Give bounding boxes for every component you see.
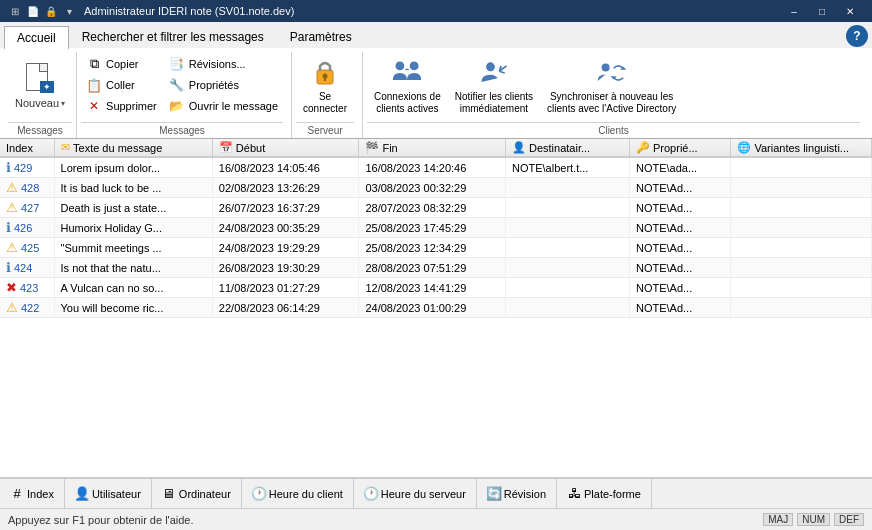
- help-button[interactable]: ?: [846, 25, 868, 47]
- tab-accueil[interactable]: Accueil: [4, 26, 69, 49]
- cell-fin: 03/08/2023 00:32:29: [359, 178, 506, 198]
- bottom-tab-heure-du-client[interactable]: 🕐Heure du client: [242, 479, 354, 508]
- cell-prop: NOTE\Ad...: [630, 298, 731, 318]
- bottom-tab-index[interactable]: #Index: [0, 479, 65, 508]
- cell-fin: 25/08/2023 17:45:29: [359, 218, 506, 238]
- col-dest-icon: 👤: [512, 141, 526, 154]
- close-button[interactable]: ✕: [836, 0, 864, 22]
- bottom-tab-label: Heure du client: [269, 488, 343, 500]
- cell-lang: [731, 218, 872, 238]
- se-connecter-button[interactable]: Se connecter: [296, 52, 354, 122]
- col-prop[interactable]: 🔑 Proprié...: [630, 139, 731, 157]
- cell-text: Death is just a state...: [55, 198, 213, 218]
- nouveau-button[interactable]: ✦ Nouveau ▾: [8, 52, 72, 122]
- notifier-button[interactable]: Notifier les clients immédiatement: [448, 52, 540, 122]
- copier-button[interactable]: ⧉ Copier: [81, 54, 162, 74]
- minimize-button[interactable]: –: [780, 0, 808, 22]
- grid-icon: ⊞: [8, 4, 22, 18]
- tab-parametres[interactable]: Paramètres: [277, 25, 365, 48]
- bottom-tab-plate-forme[interactable]: 🖧Plate-forme: [557, 479, 652, 508]
- index-icon: #: [10, 487, 24, 501]
- cell-debut: 22/08/2023 06:14:29: [212, 298, 359, 318]
- table-row[interactable]: ℹ426 Humorix Holiday G... 24/08/2023 00:…: [0, 218, 872, 238]
- table-row[interactable]: ℹ424 Is not that the natu... 26/08/2023 …: [0, 258, 872, 278]
- tab-rechercher[interactable]: Rechercher et filtrer les messages: [69, 25, 277, 48]
- col-dest[interactable]: 👤 Destinatair...: [505, 139, 629, 157]
- revision-icon: 🔄: [487, 487, 501, 501]
- supprimer-label: Supprimer: [106, 100, 157, 112]
- cell-fin: 12/08/2023 14:41:29: [359, 278, 506, 298]
- lock-icon: 🔒: [44, 4, 58, 18]
- cell-prop: NOTE\Ad...: [630, 218, 731, 238]
- cell-lang: [731, 198, 872, 218]
- status-warn-icon: ⚠: [6, 240, 18, 255]
- table-row[interactable]: ⚠425 "Summit meetings ... 24/08/2023 19:…: [0, 238, 872, 258]
- table-row[interactable]: ✖423 A Vulcan can no so... 11/08/2023 01…: [0, 278, 872, 298]
- ouvrir-button[interactable]: 📂 Ouvrir le message: [164, 96, 283, 116]
- bottom-tab-révision[interactable]: 🔄Révision: [477, 479, 557, 508]
- cell-lang: [731, 238, 872, 258]
- table-row[interactable]: ⚠428 It is bad luck to be ... 02/08/2023…: [0, 178, 872, 198]
- messages-col1: ⧉ Copier 📋 Coller ✕ Supprimer: [81, 52, 162, 116]
- proprietes-label: Propriétés: [189, 79, 239, 91]
- titlebar: ⊞ 📄 🔒 ▾ Administrateur IDERI note (SV01.…: [0, 0, 872, 22]
- window-title: Administrateur IDERI note (SV01.note.dev…: [84, 5, 780, 17]
- table-row[interactable]: ℹ429 Lorem ipsum dolor... 16/08/2023 14:…: [0, 157, 872, 178]
- cell-dest: NOTE\albert.t...: [505, 157, 629, 178]
- col-text[interactable]: ✉ Texte du message: [55, 139, 213, 157]
- bottom-tab-utilisateur[interactable]: 👤Utilisateur: [65, 479, 152, 508]
- cell-prop: NOTE\Ad...: [630, 258, 731, 278]
- cell-text: Is not that the natu...: [55, 258, 213, 278]
- revisions-button[interactable]: 📑 Révisions...: [164, 54, 283, 74]
- bottom-tab-label: Heure du serveur: [381, 488, 466, 500]
- cell-index: ⚠425: [0, 238, 55, 257]
- se-connecter-label: Se connecter: [303, 91, 347, 115]
- coller-button[interactable]: 📋 Coller: [81, 75, 162, 95]
- table-header-row: Index ✉ Texte du message 📅 Début: [0, 139, 872, 157]
- col-text-icon: ✉: [61, 141, 70, 154]
- ouvrir-icon: 📂: [169, 98, 185, 114]
- status-warn-icon: ⚠: [6, 180, 18, 195]
- table-row[interactable]: ⚠422 You will become ric... 22/08/2023 0…: [0, 298, 872, 318]
- connexions-button[interactable]: Connexions de clients actives: [367, 52, 448, 122]
- bottom-tab-ordinateur[interactable]: 🖥Ordinateur: [152, 479, 242, 508]
- col-debut[interactable]: 📅 Début: [212, 139, 359, 157]
- key-def: DEF: [834, 513, 864, 526]
- bottom-tab-heure-du-serveur[interactable]: 🕐Heure du serveur: [354, 479, 477, 508]
- cell-debut: 26/08/2023 19:30:29: [212, 258, 359, 278]
- col-lang-label: Variantes linguisti...: [754, 142, 849, 154]
- col-fin-label: Fin: [382, 142, 397, 154]
- cell-prop: NOTE\ada...: [630, 157, 731, 178]
- ouvrir-label: Ouvrir le message: [189, 100, 278, 112]
- col-index[interactable]: Index: [0, 139, 55, 157]
- col-index-label: Index: [6, 142, 33, 154]
- nouveau-icon: ✦: [24, 61, 56, 93]
- cell-fin: 16/08/2023 14:20:46: [359, 157, 506, 178]
- ribbon-group-messages: ⧉ Copier 📋 Coller ✕ Supprimer 📑 Révision…: [77, 52, 292, 138]
- maximize-button[interactable]: □: [808, 0, 836, 22]
- cell-index: ⚠428: [0, 178, 55, 197]
- supprimer-button[interactable]: ✕ Supprimer: [81, 96, 162, 116]
- proprietes-button[interactable]: 🔧 Propriétés: [164, 75, 283, 95]
- proprietes-icon: 🔧: [169, 77, 185, 93]
- cell-dest: [505, 198, 629, 218]
- col-lang[interactable]: 🌐 Variantes linguisti...: [731, 139, 872, 157]
- messages-content: ⧉ Copier 📋 Coller ✕ Supprimer 📑 Révision…: [81, 52, 283, 122]
- window-controls[interactable]: – □ ✕: [780, 0, 864, 22]
- bottom-tab-label: Plate-forme: [584, 488, 641, 500]
- cell-prop: NOTE\Ad...: [630, 238, 731, 258]
- col-fin[interactable]: 🏁 Fin: [359, 139, 506, 157]
- message-table-container[interactable]: Index ✉ Texte du message 📅 Début: [0, 139, 872, 478]
- table-row[interactable]: ⚠427 Death is just a state... 26/07/2023…: [0, 198, 872, 218]
- bottom-tabs: #Index👤Utilisateur🖥Ordinateur🕐Heure du c…: [0, 479, 652, 508]
- cell-debut: 02/08/2023 13:26:29: [212, 178, 359, 198]
- cell-lang: [731, 178, 872, 198]
- col-prop-label: Proprié...: [653, 142, 698, 154]
- cell-dest: [505, 218, 629, 238]
- synchroniser-button[interactable]: Synchroniser à nouveau les clients avec …: [540, 52, 683, 122]
- statusbar-keys: MAJ NUM DEF: [763, 513, 864, 526]
- cell-fin: 28/08/2023 07:51:29: [359, 258, 506, 278]
- bottom-tab-label: Ordinateur: [179, 488, 231, 500]
- cell-fin: 25/08/2023 12:34:29: [359, 238, 506, 258]
- ribbon-group-serveur: Se connecter Serveur: [292, 52, 363, 138]
